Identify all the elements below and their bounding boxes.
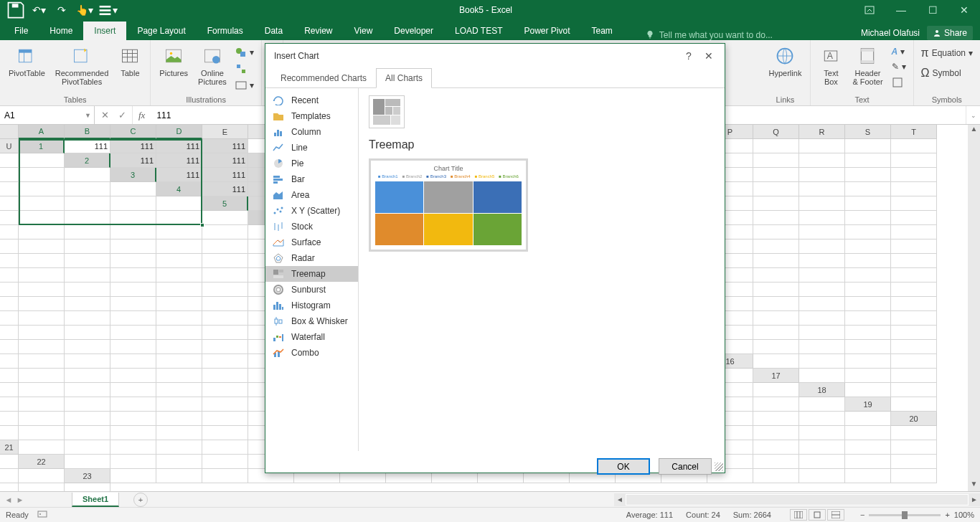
- chart-type-item[interactable]: Bar: [265, 171, 358, 187]
- undo-icon[interactable]: ↶▾: [29, 1, 49, 19]
- cell[interactable]: [110, 397, 156, 412]
- cell[interactable]: [110, 225, 156, 239]
- cell[interactable]: [202, 440, 248, 455]
- textbox-button[interactable]: AText Box: [815, 42, 847, 95]
- cell[interactable]: [891, 168, 937, 182]
- cell[interactable]: [799, 455, 845, 469]
- signature-button[interactable]: ✎▾: [889, 60, 909, 73]
- column-header[interactable]: R: [799, 125, 845, 139]
- cell[interactable]: [845, 426, 891, 440]
- cell[interactable]: [156, 268, 202, 283]
- cell[interactable]: [19, 283, 65, 297]
- name-box[interactable]: A1▼: [0, 106, 95, 124]
- row-header[interactable]: 2: [65, 153, 110, 168]
- row-header[interactable]: 17: [753, 369, 799, 383]
- cell[interactable]: [799, 211, 845, 225]
- wordart-button[interactable]: A▾: [889, 45, 909, 58]
- tab-team[interactable]: Team: [581, 22, 623, 40]
- smartart-button[interactable]: [232, 62, 257, 76]
- cell[interactable]: [845, 383, 891, 397]
- cell[interactable]: [110, 326, 156, 340]
- cell[interactable]: [0, 153, 19, 168]
- cell[interactable]: [753, 139, 799, 153]
- cell[interactable]: [110, 268, 156, 283]
- cell[interactable]: [156, 383, 202, 397]
- cell[interactable]: [19, 383, 65, 397]
- cell[interactable]: [156, 354, 202, 369]
- chart-type-item[interactable]: Pie: [265, 156, 358, 171]
- cell[interactable]: [65, 440, 110, 455]
- cell[interactable]: [845, 311, 891, 326]
- cell[interactable]: [19, 211, 65, 225]
- cell[interactable]: [799, 196, 845, 211]
- cell[interactable]: [0, 426, 19, 440]
- scroll-right-icon[interactable]: ►: [969, 495, 980, 503]
- cell[interactable]: [65, 196, 110, 211]
- cell[interactable]: [110, 283, 156, 297]
- ribbon-options-icon[interactable]: [854, 0, 885, 20]
- online-pictures-button[interactable]: Online Pictures: [194, 42, 231, 95]
- cell[interactable]: [0, 354, 19, 369]
- cell[interactable]: [753, 426, 799, 440]
- cell[interactable]: [891, 455, 937, 469]
- cell[interactable]: [753, 297, 799, 311]
- pivottable-button[interactable]: PivotTable: [4, 42, 50, 95]
- cell[interactable]: [156, 311, 202, 326]
- cell[interactable]: [65, 483, 110, 491]
- cell[interactable]: [891, 397, 937, 412]
- cell[interactable]: [19, 326, 65, 340]
- cell[interactable]: [891, 254, 937, 268]
- row-header[interactable]: 22: [19, 455, 65, 469]
- tab-file[interactable]: File: [4, 22, 39, 40]
- dialog-close-icon[interactable]: ✕: [699, 50, 719, 62]
- cell[interactable]: [799, 254, 845, 268]
- cell[interactable]: [845, 469, 891, 483]
- cell[interactable]: [0, 283, 19, 297]
- cell[interactable]: [845, 412, 891, 426]
- cell[interactable]: [19, 297, 65, 311]
- chart-type-item[interactable]: Templates: [265, 108, 358, 124]
- pictures-button[interactable]: Pictures: [155, 42, 192, 95]
- cell[interactable]: [845, 283, 891, 297]
- cell[interactable]: [799, 412, 845, 426]
- cell[interactable]: 111: [156, 153, 202, 168]
- symbol-button[interactable]: Ω Symbol: [918, 65, 976, 81]
- zoom-control[interactable]: − + 100%: [860, 511, 974, 519]
- recommended-pivot-button[interactable]: Recommended PivotTables: [51, 42, 113, 95]
- expand-formula-icon[interactable]: ⌄: [966, 106, 980, 124]
- cell[interactable]: [65, 397, 110, 412]
- cell[interactable]: [753, 469, 799, 483]
- cell[interactable]: [19, 153, 65, 168]
- treemap-subtype-button[interactable]: [369, 95, 405, 128]
- tab-home[interactable]: Home: [39, 22, 83, 40]
- cell[interactable]: [0, 182, 19, 196]
- cell[interactable]: [65, 254, 110, 268]
- cell[interactable]: [19, 340, 65, 354]
- macro-record-icon[interactable]: [37, 509, 47, 521]
- cell[interactable]: [65, 297, 110, 311]
- cell[interactable]: [19, 369, 65, 383]
- chart-type-item[interactable]: Sunburst: [265, 282, 358, 298]
- cell[interactable]: [753, 211, 799, 225]
- cell[interactable]: [753, 397, 799, 412]
- cell[interactable]: [202, 340, 248, 354]
- cell[interactable]: [845, 168, 891, 182]
- chart-type-item[interactable]: X Y (Scatter): [265, 203, 358, 219]
- column-header[interactable]: U: [0, 139, 19, 153]
- cell[interactable]: [891, 311, 937, 326]
- cell[interactable]: [845, 139, 891, 153]
- cell[interactable]: [799, 326, 845, 340]
- cell[interactable]: [891, 440, 937, 455]
- cell[interactable]: [753, 153, 799, 168]
- cell[interactable]: [202, 455, 248, 469]
- cell[interactable]: [202, 354, 248, 369]
- cell[interactable]: [110, 412, 156, 426]
- cell[interactable]: [156, 326, 202, 340]
- cell[interactable]: [65, 383, 110, 397]
- cell[interactable]: [845, 455, 891, 469]
- cell[interactable]: [19, 239, 65, 254]
- cell[interactable]: [0, 469, 19, 483]
- hyperlink-button[interactable]: Hyperlink: [765, 42, 806, 95]
- cell[interactable]: [202, 426, 248, 440]
- cell[interactable]: [65, 182, 110, 196]
